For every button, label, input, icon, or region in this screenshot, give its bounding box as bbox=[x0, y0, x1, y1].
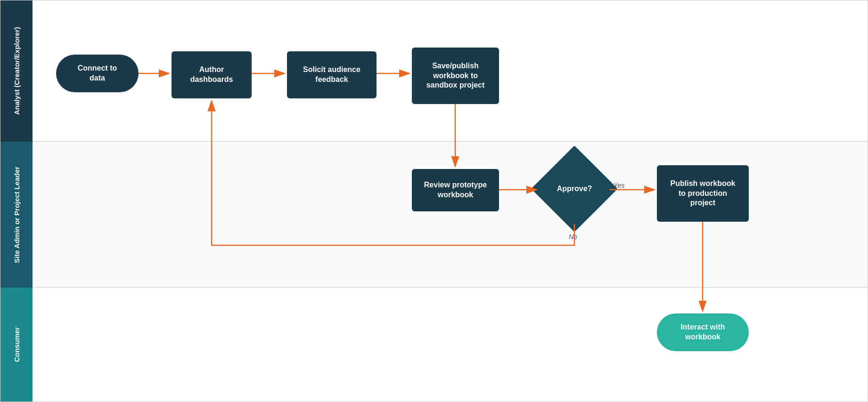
no-label: No bbox=[569, 233, 577, 241]
main-content: Connect todata Authordashboards Solicit … bbox=[33, 0, 868, 402]
review-node: Review prototypeworkbook bbox=[412, 169, 499, 211]
author-node: Authordashboards bbox=[172, 51, 252, 98]
yes-label: Yes bbox=[614, 182, 624, 189]
interact-node: Interact withworkbook bbox=[657, 314, 749, 351]
diagram-container: Analyst (Creator/Explorer) Site Admin or… bbox=[0, 0, 868, 402]
consumer-label: Consumer bbox=[0, 288, 33, 402]
siteadmin-label: Site Admin or Project Leader bbox=[0, 142, 33, 288]
publish-prod-node: Publish workbookto productionproject bbox=[657, 165, 749, 222]
approve-text: Approve? bbox=[557, 184, 592, 194]
approve-node-wrapper: Approve? bbox=[539, 153, 610, 224]
connect-node: Connect todata bbox=[56, 55, 139, 92]
save-publish-node: Save/publishworkbook tosandbox project bbox=[412, 48, 499, 104]
analyst-label: Analyst (Creator/Explorer) bbox=[0, 0, 33, 142]
swimlane-labels: Analyst (Creator/Explorer) Site Admin or… bbox=[0, 0, 33, 402]
solicit-node: Solicit audiencefeedback bbox=[287, 51, 377, 98]
